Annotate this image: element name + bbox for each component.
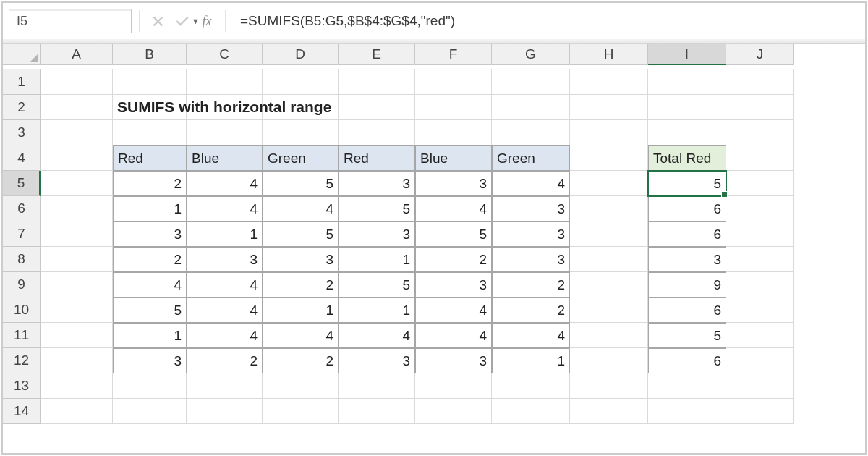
cell-I2[interactable] xyxy=(648,95,726,120)
column-header-F[interactable]: F xyxy=(415,44,492,65)
table-cell[interactable]: 1 xyxy=(339,247,415,272)
total-cell[interactable]: 3 xyxy=(648,247,726,272)
cell-J2[interactable] xyxy=(726,95,794,120)
cell-A7[interactable] xyxy=(41,221,113,247)
cell-J1[interactable] xyxy=(726,69,794,95)
total-cell[interactable]: 6 xyxy=(648,297,726,323)
table-cell[interactable]: 1 xyxy=(113,196,187,221)
table-cell[interactable]: 4 xyxy=(492,171,570,196)
table-cell[interactable]: 1 xyxy=(263,297,339,323)
cell-A14[interactable] xyxy=(41,399,113,424)
cell-J4[interactable] xyxy=(726,145,794,171)
total-cell[interactable]: 5 xyxy=(648,171,726,196)
table-cell[interactable]: 3 xyxy=(187,247,263,272)
cell-H3[interactable] xyxy=(570,120,648,145)
select-all-corner[interactable] xyxy=(3,44,41,65)
cell-A13[interactable] xyxy=(41,373,113,399)
cell-H2[interactable] xyxy=(570,95,648,120)
cell-A8[interactable] xyxy=(41,247,113,272)
column-header-C[interactable]: C xyxy=(187,44,263,65)
row-header-1[interactable]: 1 xyxy=(3,69,41,95)
cell-A6[interactable] xyxy=(41,196,113,221)
column-header-A[interactable]: A xyxy=(41,44,113,65)
cell-A4[interactable] xyxy=(41,145,113,171)
cell-G3[interactable] xyxy=(492,120,570,145)
cell-I3[interactable] xyxy=(648,120,726,145)
table-cell[interactable]: 2 xyxy=(492,297,570,323)
cell-A12[interactable] xyxy=(41,348,113,373)
cell-A9[interactable] xyxy=(41,272,113,297)
table-cell[interactable]: 2 xyxy=(492,272,570,297)
column-header-D[interactable]: D xyxy=(263,44,339,65)
table-cell[interactable]: 4 xyxy=(187,272,263,297)
cell-J9[interactable] xyxy=(726,272,794,297)
row-header-14[interactable]: 14 xyxy=(3,399,41,424)
cell-J10[interactable] xyxy=(726,297,794,323)
cell-A10[interactable] xyxy=(41,297,113,323)
row-header-8[interactable]: 8 xyxy=(3,247,41,272)
cell-J13[interactable] xyxy=(726,373,794,399)
table-cell[interactable]: 2 xyxy=(113,171,187,196)
total-cell[interactable]: 5 xyxy=(648,323,726,348)
cell-B1[interactable] xyxy=(113,69,187,95)
row-header-6[interactable]: 6 xyxy=(3,196,41,221)
table-cell[interactable]: 3 xyxy=(415,171,492,196)
cell-D1[interactable] xyxy=(263,69,339,95)
row-header-2[interactable]: 2 xyxy=(3,95,41,120)
table-cell[interactable]: 4 xyxy=(263,323,339,348)
table-cell[interactable]: 3 xyxy=(339,348,415,373)
cell-J5[interactable] xyxy=(726,171,794,196)
cell-F1[interactable] xyxy=(415,69,492,95)
cell-C14[interactable] xyxy=(187,399,263,424)
table-cell[interactable]: 3 xyxy=(415,348,492,373)
column-header-J[interactable]: J xyxy=(726,44,794,65)
table-cell[interactable]: 5 xyxy=(263,221,339,247)
cell-G14[interactable] xyxy=(492,399,570,424)
total-cell[interactable]: 6 xyxy=(648,196,726,221)
table-cell[interactable]: 4 xyxy=(415,297,492,323)
table-cell[interactable]: 4 xyxy=(187,297,263,323)
column-header-G[interactable]: G xyxy=(492,44,570,65)
table-cell[interactable]: 1 xyxy=(492,348,570,373)
cell-H7[interactable] xyxy=(570,221,648,247)
cell-A11[interactable] xyxy=(41,323,113,348)
cell-A3[interactable] xyxy=(41,120,113,145)
cell-H9[interactable] xyxy=(570,272,648,297)
cell-G1[interactable] xyxy=(492,69,570,95)
cell-J3[interactable] xyxy=(726,120,794,145)
cell-D14[interactable] xyxy=(263,399,339,424)
cell-H4[interactable] xyxy=(570,145,648,171)
cell-J8[interactable] xyxy=(726,247,794,272)
table-cell[interactable]: 4 xyxy=(415,196,492,221)
table-cell[interactable]: 1 xyxy=(339,297,415,323)
table-cell[interactable]: 2 xyxy=(263,272,339,297)
table-cell[interactable]: 2 xyxy=(263,348,339,373)
cell-F3[interactable] xyxy=(415,120,492,145)
cell-C1[interactable] xyxy=(187,69,263,95)
cell-A2[interactable] xyxy=(41,95,113,120)
cell-C3[interactable] xyxy=(187,120,263,145)
table-cell[interactable]: 3 xyxy=(339,221,415,247)
cell-A1[interactable] xyxy=(41,69,113,95)
column-header-B[interactable]: B xyxy=(113,44,187,65)
cell-H11[interactable] xyxy=(570,323,648,348)
table-cell[interactable]: 4 xyxy=(263,196,339,221)
table-cell[interactable]: 2 xyxy=(187,348,263,373)
cell-B14[interactable] xyxy=(113,399,187,424)
cell-G2[interactable] xyxy=(492,95,570,120)
row-header-4[interactable]: 4 xyxy=(3,145,41,171)
row-header-11[interactable]: 11 xyxy=(3,323,41,348)
cell-J11[interactable] xyxy=(726,323,794,348)
cell-D3[interactable] xyxy=(263,120,339,145)
total-cell[interactable]: 9 xyxy=(648,272,726,297)
table-cell[interactable]: 3 xyxy=(492,196,570,221)
cell-E1[interactable] xyxy=(339,69,415,95)
cell-C13[interactable] xyxy=(187,373,263,399)
table-cell[interactable]: 5 xyxy=(415,221,492,247)
cell-F13[interactable] xyxy=(415,373,492,399)
cell-B3[interactable] xyxy=(113,120,187,145)
cell-E14[interactable] xyxy=(339,399,415,424)
cell-A5[interactable] xyxy=(41,171,113,196)
table-cell[interactable]: 5 xyxy=(339,196,415,221)
cell-I14[interactable] xyxy=(648,399,726,424)
